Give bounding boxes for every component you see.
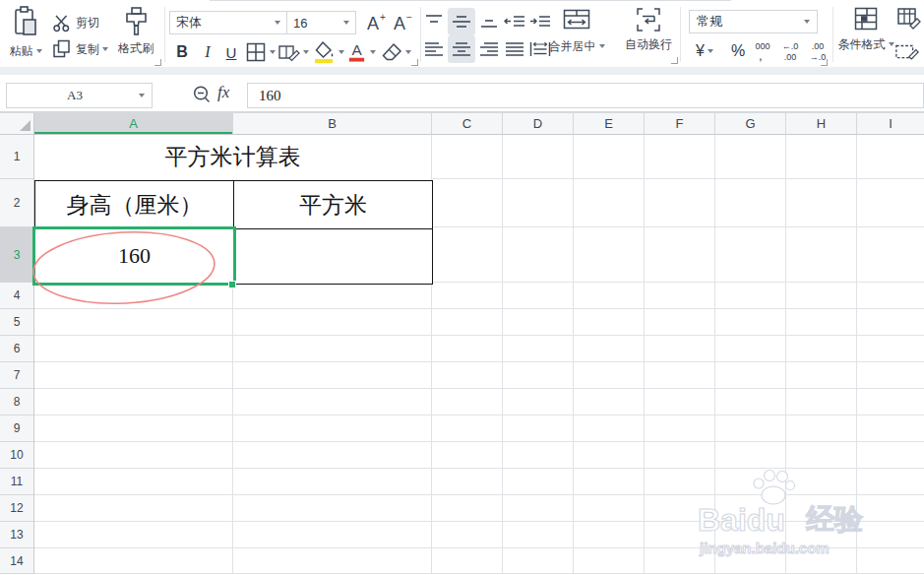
cell-B11[interactable] xyxy=(233,469,432,495)
column-header-B[interactable]: B xyxy=(233,113,432,135)
cell-G11[interactable] xyxy=(715,469,786,495)
draw-border-button[interactable] xyxy=(277,39,309,65)
cell-B10[interactable] xyxy=(233,442,432,469)
fill-handle[interactable] xyxy=(228,281,236,288)
cell-G14[interactable] xyxy=(715,548,786,574)
fx-button[interactable]: fx xyxy=(217,83,229,102)
cell-B5[interactable] xyxy=(233,309,432,336)
cell-B13[interactable] xyxy=(233,522,432,548)
font-family-select[interactable]: 宋体 xyxy=(169,11,287,34)
cell-C4[interactable] xyxy=(432,283,503,309)
font-color-button[interactable]: A xyxy=(346,39,376,65)
increase-font-size-button[interactable]: A + xyxy=(362,10,388,35)
cell-A1-title[interactable]: 平方米计算表 xyxy=(34,135,431,179)
cell-I1[interactable] xyxy=(857,135,924,179)
number-format-select[interactable]: 常规 xyxy=(689,10,818,33)
cell-D1[interactable] xyxy=(503,135,574,179)
cell-A5[interactable] xyxy=(34,309,233,336)
cell-G2[interactable] xyxy=(715,179,786,227)
row-header-11[interactable]: 11 xyxy=(0,469,33,495)
cell-D9[interactable] xyxy=(503,415,574,442)
copy-button[interactable]: 复制 xyxy=(52,39,108,58)
cell-D4[interactable] xyxy=(503,283,574,309)
cell-E11[interactable] xyxy=(574,469,645,495)
clear-format-button[interactable] xyxy=(380,39,411,65)
borders-button[interactable] xyxy=(244,39,276,65)
cell-G10[interactable] xyxy=(715,442,786,469)
cell-H1[interactable] xyxy=(786,135,857,179)
cell-I7[interactable] xyxy=(857,362,924,389)
align-bottom-button[interactable] xyxy=(477,9,501,34)
cell-C6[interactable] xyxy=(432,336,503,362)
cell-A7[interactable] xyxy=(34,362,233,389)
cell-B14[interactable] xyxy=(233,548,432,574)
cell-G4[interactable] xyxy=(715,283,786,309)
cell-H6[interactable] xyxy=(786,336,857,362)
decrease-font-size-button[interactable]: A − xyxy=(389,10,414,35)
row-header-8[interactable]: 8 xyxy=(0,389,33,415)
selected-cell-A3[interactable]: 160 xyxy=(32,226,236,286)
number-dialog-launcher[interactable] xyxy=(821,59,828,66)
row-header-12[interactable]: 12 xyxy=(0,495,33,522)
cell-H13[interactable] xyxy=(786,522,857,548)
row-header-2[interactable]: 2 xyxy=(0,179,33,227)
align-right-button[interactable] xyxy=(477,36,501,62)
cell-F9[interactable] xyxy=(645,415,715,442)
row-header-14[interactable]: 14 xyxy=(0,548,33,574)
cell-G9[interactable] xyxy=(715,415,786,442)
column-header-I[interactable]: I xyxy=(857,113,924,135)
cell-A13[interactable] xyxy=(34,522,233,548)
cell-E1[interactable] xyxy=(574,135,645,179)
cell-C11[interactable] xyxy=(432,469,503,495)
cell-C2[interactable] xyxy=(432,179,503,227)
cell-F5[interactable] xyxy=(645,309,715,336)
cell-F8[interactable] xyxy=(645,389,715,415)
cell-B9[interactable] xyxy=(233,415,432,442)
cell-A8[interactable] xyxy=(34,389,233,415)
align-middle-button[interactable] xyxy=(448,8,475,35)
underline-button[interactable]: U xyxy=(218,39,244,65)
cell-C10[interactable] xyxy=(432,442,503,469)
column-header-A[interactable]: A xyxy=(34,113,233,135)
cell-C3[interactable] xyxy=(432,227,503,283)
cell-H2[interactable] xyxy=(786,179,857,227)
cell-I8[interactable] xyxy=(857,389,924,415)
cell-B3[interactable] xyxy=(233,228,433,285)
bold-button[interactable]: B xyxy=(169,39,195,65)
cell-E7[interactable] xyxy=(574,362,645,389)
select-all-corner[interactable] xyxy=(0,113,34,135)
cell-E9[interactable] xyxy=(574,415,645,442)
cell-E5[interactable] xyxy=(574,309,645,336)
cell-B2[interactable]: 平方米 xyxy=(233,180,433,229)
comma-format-button[interactable]: 000 , xyxy=(750,38,775,64)
clipboard-dialog-launcher[interactable] xyxy=(154,59,161,66)
cell-D14[interactable] xyxy=(503,548,574,574)
format-painter-button[interactable]: 格式刷 xyxy=(110,6,161,57)
merge-center-button[interactable]: 合并居中 xyxy=(543,6,610,55)
cell-E13[interactable] xyxy=(574,522,645,548)
cell-B12[interactable] xyxy=(233,495,432,522)
cell-H9[interactable] xyxy=(786,415,857,442)
cut-button[interactable]: 剪切 xyxy=(52,14,99,32)
cell-A2[interactable]: 身高（厘米） xyxy=(34,180,234,229)
cell-I9[interactable] xyxy=(857,415,924,442)
cell-I4[interactable] xyxy=(857,283,924,309)
cell-C1[interactable] xyxy=(432,135,503,179)
cell-A12[interactable] xyxy=(34,495,233,522)
cell-A14[interactable] xyxy=(34,548,233,574)
percent-format-button[interactable]: % xyxy=(725,38,751,64)
cell-F4[interactable] xyxy=(645,283,715,309)
cell-H7[interactable] xyxy=(786,362,857,389)
row-header-3[interactable]: 3 xyxy=(0,227,33,283)
cell-C12[interactable] xyxy=(432,495,503,522)
column-header-C[interactable]: C xyxy=(432,113,503,135)
cell-H4[interactable] xyxy=(786,283,857,309)
cell-I5[interactable] xyxy=(857,309,924,336)
cell-G1[interactable] xyxy=(715,135,786,179)
cell-D2[interactable] xyxy=(503,179,574,227)
decrease-indent-button[interactable] xyxy=(503,9,526,34)
cell-B7[interactable] xyxy=(233,362,432,389)
cell-H14[interactable] xyxy=(786,548,857,574)
row-header-13[interactable]: 13 xyxy=(0,522,33,548)
cell-H12[interactable] xyxy=(786,495,857,522)
